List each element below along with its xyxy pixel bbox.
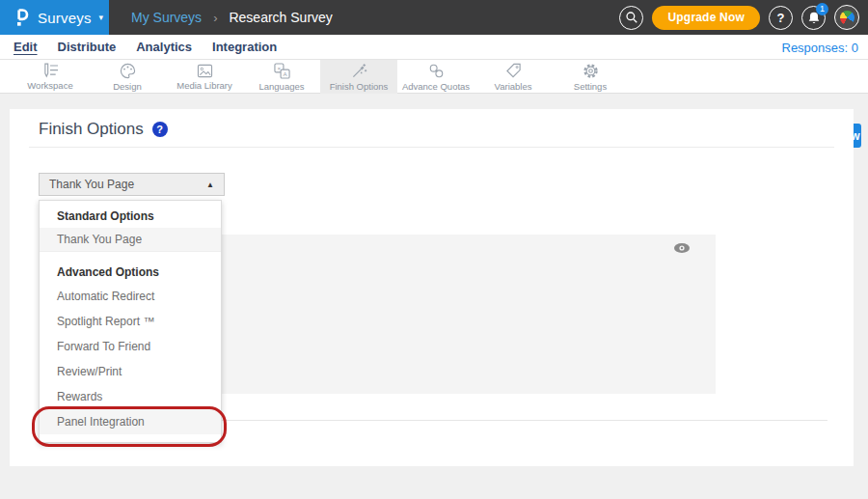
page-title: Finish Options: [39, 120, 144, 139]
notification-badge: 1: [816, 3, 828, 15]
tab-integration[interactable]: Integration: [212, 40, 277, 54]
image-icon: [197, 64, 213, 78]
translate-icon: × A: [274, 63, 290, 79]
toolbar-item-finish-options[interactable]: Finish Options: [320, 60, 397, 94]
menu-header-standard-options: Standard Options: [40, 205, 221, 228]
menu-item-spotlight-report[interactable]: Spotlight Report ™: [40, 309, 221, 334]
breadcrumb-my-surveys[interactable]: My Surveys: [131, 10, 202, 25]
product-name: Surveys: [38, 10, 92, 26]
toolbar-item-settings[interactable]: Settings: [552, 60, 629, 94]
chevron-down-icon: ▾: [99, 13, 104, 22]
topbar-actions: Upgrade Now ? 1: [619, 5, 868, 30]
upgrade-now-button[interactable]: Upgrade Now: [652, 6, 760, 30]
tab-distribute[interactable]: Distribute: [58, 40, 117, 54]
toolbar-item-variables[interactable]: Variables: [475, 60, 552, 94]
menu-item-thank-you-page[interactable]: Thank You Page: [40, 228, 221, 251]
finish-option-select[interactable]: Thank You Page ▲: [39, 173, 225, 196]
toolbar-item-media-library[interactable]: Media Library: [166, 60, 243, 94]
menu-item-panel-integration[interactable]: Panel Integration: [40, 409, 221, 434]
breadcrumb: My Surveys › Research Survey: [131, 10, 333, 25]
magic-wand-icon: [351, 63, 367, 79]
product-switcher[interactable]: Surveys ▾: [0, 0, 109, 35]
menu-item-rewards[interactable]: Rewards: [40, 384, 221, 409]
chevron-up-icon: ▲: [206, 180, 214, 189]
toolbar-item-languages[interactable]: × A Languages: [243, 60, 320, 94]
search-icon: [625, 11, 638, 24]
notifications-button[interactable]: 1: [801, 6, 826, 30]
avatar[interactable]: [834, 5, 859, 30]
section-nav: Edit Distribute Analytics Integration Re…: [0, 35, 868, 60]
breadcrumb-current-survey: Research Survey: [229, 10, 332, 25]
search-button[interactable]: [619, 6, 643, 30]
edit-toolbar: Workspace Design Media Library: [0, 60, 868, 94]
menu-item-forward-to-friend[interactable]: Forward To Friend: [40, 334, 221, 359]
avatar-image: [840, 11, 854, 25]
finish-options-help-icon[interactable]: ?: [152, 122, 168, 137]
menu-item-automatic-redirect[interactable]: Automatic Redirect: [40, 284, 221, 309]
palette-icon: [120, 63, 136, 79]
toolbar-item-workspace[interactable]: Workspace: [12, 60, 89, 94]
finish-option-dropdown-menu: Standard Options Thank You Page Advanced…: [39, 200, 222, 443]
tab-analytics[interactable]: Analytics: [136, 40, 192, 54]
tab-edit[interactable]: Edit: [14, 40, 38, 54]
question-mark-icon: ?: [777, 11, 785, 25]
finish-option-select-value: Thank You Page: [49, 178, 134, 191]
help-button[interactable]: ?: [769, 6, 793, 30]
responses-count[interactable]: Responses: 0: [782, 35, 859, 60]
workspace-icon: [42, 63, 59, 78]
chain-links-icon: [428, 63, 445, 79]
toolbar-item-design[interactable]: Design: [89, 60, 166, 94]
menu-header-advanced-options: Advanced Options: [40, 261, 221, 284]
toolbar-item-advance-quotas[interactable]: Advance Quotas: [397, 60, 475, 94]
top-bar: Surveys ▾ My Surveys › Research Survey U…: [0, 0, 868, 35]
questionpro-logo-icon: [14, 7, 29, 28]
preview-eye-icon[interactable]: [673, 242, 691, 254]
finish-options-panel: Finish Options ? Thank You Page ▲ Standa…: [10, 109, 854, 466]
breadcrumb-separator: ›: [213, 11, 217, 25]
tag-icon: [505, 63, 522, 79]
title-divider: [29, 147, 834, 148]
menu-item-review-print[interactable]: Review/Print: [40, 359, 221, 384]
menu-divider: [40, 251, 221, 252]
gear-icon: [583, 63, 599, 79]
